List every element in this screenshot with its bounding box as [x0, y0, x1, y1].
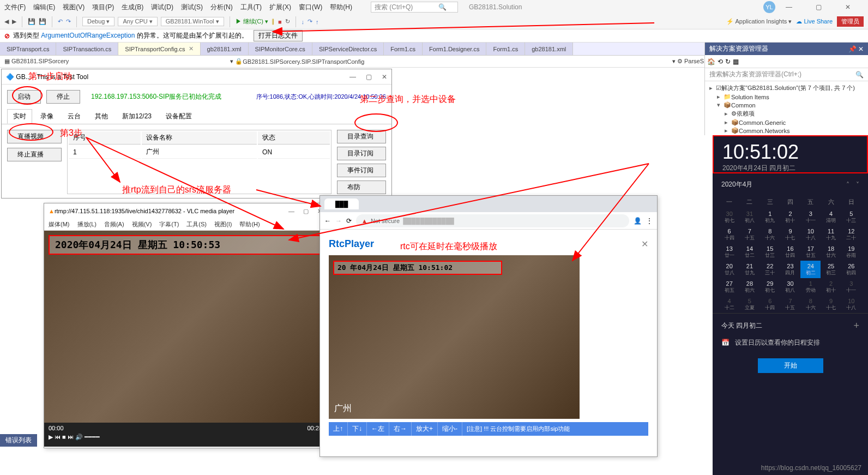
cal-day[interactable]: 6十四	[719, 226, 739, 243]
cal-day[interactable]: 2初十	[780, 208, 800, 226]
cal-day[interactable]: 25初三	[821, 261, 841, 278]
show-all-icon[interactable]: ▦	[733, 58, 739, 65]
config-combo[interactable]: Debug ▾	[82, 17, 114, 26]
cal-start-button[interactable]: 开始	[758, 358, 823, 373]
menu-view[interactable]: 视图(V)	[63, 3, 85, 12]
ptz-button[interactable]: 右→	[389, 422, 412, 436]
cal-day[interactable]: 14廿二	[739, 243, 760, 261]
redo-icon[interactable]: ↷	[66, 18, 71, 25]
vlc-menu-item[interactable]: 视频(V)	[132, 220, 152, 229]
cal-day[interactable]: 7十五	[739, 226, 760, 243]
cal-day[interactable]: 30初八	[780, 278, 800, 296]
sln-root[interactable]: ▸☑ 解决方案"GB28181.Solution"(第 7 个项目, 共 7 个…	[709, 83, 864, 93]
wintool-tab[interactable]: 新加12/23	[116, 109, 158, 124]
menu-help[interactable]: 帮助(H)	[330, 3, 352, 12]
vlc-menu-item[interactable]: 帮助(H)	[239, 220, 260, 229]
cal-day[interactable]: 26初四	[841, 261, 861, 278]
file-tab[interactable]: SIPTransaction.cs	[56, 43, 118, 55]
startup-combo[interactable]: GB28181.WinTool ▾	[161, 17, 224, 26]
file-tab[interactable]: Form1.Designer.cs	[423, 43, 486, 55]
max-icon[interactable]: ▢	[303, 208, 309, 215]
browser-tab[interactable]: ███	[324, 199, 359, 209]
rtc-close-icon[interactable]: ✕	[641, 239, 648, 249]
stop-button[interactable]: 停止	[46, 90, 80, 104]
cal-day[interactable]: 21廿九	[739, 261, 760, 278]
vlc-menu-item[interactable]: 字幕(T)	[159, 220, 179, 229]
table-row[interactable]: 1广州ON	[69, 146, 330, 159]
cal-add-icon[interactable]: +	[853, 320, 859, 332]
vlc-menu-item[interactable]: 工具(S)	[186, 220, 207, 229]
query-button[interactable]: 事件订阅	[337, 164, 386, 177]
cal-day[interactable]: 1劳动	[800, 278, 821, 296]
stop-live-button[interactable]: 终止直播	[7, 148, 62, 161]
save-all-icon[interactable]: 💾	[39, 18, 46, 25]
query-button[interactable]: 目录订阅	[337, 147, 386, 160]
pause-icon[interactable]: ∥	[272, 18, 275, 25]
file-tab[interactable]: SIPMonitorCore.cs	[249, 43, 312, 55]
vlc-menu-item[interactable]: 音频(A)	[104, 220, 124, 229]
sync-icon[interactable]: ⟲	[718, 58, 723, 65]
cal-day[interactable]: 15廿三	[760, 243, 780, 261]
cal-day[interactable]: 6十四	[760, 296, 780, 313]
min-icon[interactable]: —	[288, 208, 294, 215]
reload-icon[interactable]: ⟳	[346, 217, 352, 225]
vlc-menu-item[interactable]: 播放(L)	[77, 220, 97, 229]
bc-project[interactable]: ▦ GB28181.SIPSorcery	[4, 58, 69, 65]
menu-debug[interactable]: 调试(D)	[151, 3, 173, 12]
cal-up-icon[interactable]: ˄	[846, 181, 849, 189]
sln-item[interactable]: ▸📦 Common.Generic	[709, 118, 864, 127]
step-over-icon[interactable]: ↷	[308, 18, 312, 25]
cal-day[interactable]: 19谷雨	[841, 243, 861, 261]
cal-day[interactable]: 22三十	[760, 261, 780, 278]
cal-day[interactable]: 11十九	[821, 226, 841, 243]
cal-day[interactable]: 4清明	[821, 208, 841, 226]
platform-combo[interactable]: Any CPU ▾	[118, 17, 157, 26]
cal-day[interactable]: 3十一	[800, 208, 821, 226]
minimize-icon[interactable]: —	[781, 3, 797, 11]
cal-day[interactable]: 2初十	[821, 278, 841, 296]
close-icon[interactable]: ✕	[382, 73, 387, 81]
refresh-icon[interactable]: ↻	[725, 58, 731, 65]
file-tab[interactable]: gb28181.xml	[201, 43, 249, 55]
menu-test[interactable]: 测试(S)	[181, 3, 203, 12]
file-tab[interactable]: SIPTransportConfig.cs ✕	[118, 43, 200, 55]
nav-fwd-icon[interactable]: ▶	[12, 18, 16, 25]
cal-day[interactable]: 10十八	[841, 296, 861, 313]
wintool-tab[interactable]: 实时	[7, 109, 32, 124]
cal-day[interactable]: 3十一	[841, 278, 861, 296]
cal-day[interactable]: 9十七	[780, 226, 800, 243]
step-out-icon[interactable]: ↑	[316, 19, 319, 25]
wintool-tab[interactable]: 云台	[62, 109, 87, 124]
file-tab[interactable]: Form1.cs	[384, 43, 423, 55]
restart-icon[interactable]: ↻	[285, 18, 290, 25]
cal-day[interactable]: 17廿五	[800, 243, 821, 261]
step-into-icon[interactable]: ↓	[302, 19, 305, 25]
sln-search[interactable]: 搜索解决方案资源管理器(Ctrl+;)🔍	[705, 68, 868, 81]
insights-combo[interactable]: ⚡ Application Insights ▾	[726, 18, 792, 25]
cal-day[interactable]: 31初八	[739, 208, 760, 226]
file-tab[interactable]: gb28181.xml	[525, 43, 573, 55]
nav-back-icon[interactable]: ←	[324, 217, 331, 225]
vlc-menu-item[interactable]: 媒体(M)	[49, 220, 70, 229]
cal-down-icon[interactable]: ˅	[856, 181, 859, 189]
wintool-tab[interactable]: 设备配置	[160, 109, 198, 124]
cal-day[interactable]: 28初六	[739, 278, 760, 296]
home-icon[interactable]: 🏠	[707, 58, 715, 65]
ptz-button[interactable]: 下↓	[348, 422, 367, 436]
col-name[interactable]: 设备名称	[142, 131, 257, 145]
pin-icon[interactable]: 📌 ✕	[848, 45, 864, 53]
menu-edit[interactable]: 编辑(E)	[33, 3, 55, 12]
menu-window[interactable]: 窗口(W)	[299, 3, 322, 12]
close-icon[interactable]: ✕	[840, 3, 856, 11]
menu-tools[interactable]: 工具(T)	[240, 3, 262, 12]
cal-day[interactable]: 8十六	[800, 296, 821, 313]
menu-analyze[interactable]: 分析(N)	[210, 3, 233, 12]
file-tab[interactable]: SIPTransport.cs	[0, 43, 56, 55]
file-tab[interactable]: SIPServiceDirector.cs	[312, 43, 384, 55]
cal-day[interactable]: 9十七	[821, 296, 841, 313]
cal-day[interactable]: 16廿四	[780, 243, 800, 261]
ptz-button[interactable]: 上↑	[329, 422, 348, 436]
cal-day[interactable]: 29初七	[760, 278, 780, 296]
sln-item[interactable]: ▸⚙ 依赖项	[709, 109, 864, 118]
continue-button[interactable]: ▶ 继续(C) ▾	[236, 17, 268, 26]
